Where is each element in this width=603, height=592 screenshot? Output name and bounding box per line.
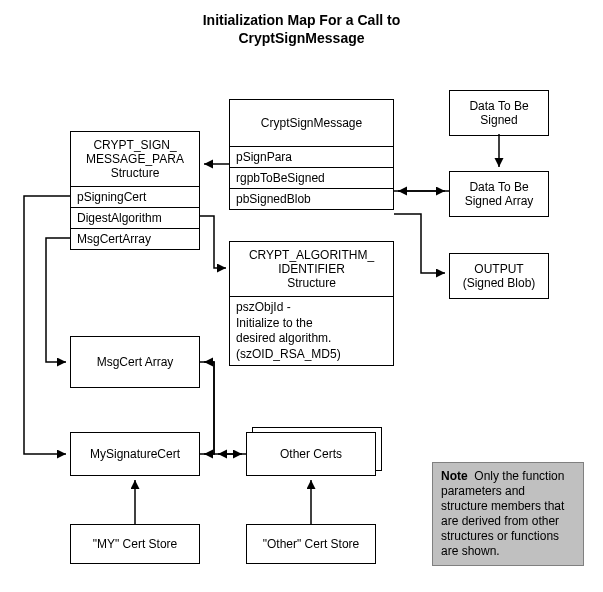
note-box: Note Only the function parameters and st…	[432, 462, 584, 566]
data-to-be-signed-array-box: Data To Be Signed Array	[449, 171, 549, 217]
title-line2: CryptSignMessage	[238, 30, 364, 46]
message-para-box: CRYPT_SIGN_ MESSAGE_PARA Structure pSign…	[70, 131, 200, 250]
alg-id-box: CRYPT_ALGORITHM_ IDENTIFIER Structure ps…	[229, 241, 394, 366]
output-box: OUTPUT (Signed Blob)	[449, 253, 549, 299]
cryptsignmessage-box: CryptSignMessage pSignPara rgpbToBeSigne…	[229, 99, 394, 210]
cryptsignmessage-header: CryptSignMessage	[230, 100, 393, 146]
diagram-canvas: Initialization Map For a Call to CryptSi…	[0, 0, 603, 592]
data-to-be-signed-box: Data To Be Signed	[449, 90, 549, 136]
message-para-header: CRYPT_SIGN_ MESSAGE_PARA Structure	[71, 132, 199, 186]
alg-id-body: pszObjId - Initialize to the desired alg…	[230, 296, 393, 365]
my-cert-store-box: "MY" Cert Store	[70, 524, 200, 564]
pbsignedblob-row: pbSignedBlob	[230, 188, 393, 209]
msgcertarray-row: MsgCertArray	[71, 228, 199, 249]
digestalgorithm-row: DigestAlgorithm	[71, 207, 199, 228]
title-line1: Initialization Map For a Call to	[203, 12, 401, 28]
other-cert-store-box: "Other" Cert Store	[246, 524, 376, 564]
diagram-title: Initialization Map For a Call to CryptSi…	[0, 12, 603, 47]
mysignaturecert-box: MySignatureCert	[70, 432, 200, 476]
psignpara-row: pSignPara	[230, 146, 393, 167]
psigningcert-row: pSigningCert	[71, 186, 199, 207]
alg-id-header: CRYPT_ALGORITHM_ IDENTIFIER Structure	[230, 242, 393, 296]
other-certs-box: Other Certs	[246, 432, 376, 476]
note-label: Note	[441, 469, 468, 483]
rgpbtobesigned-row: rgpbToBeSigned	[230, 167, 393, 188]
msgcert-array-box: MsgCert Array	[70, 336, 200, 388]
